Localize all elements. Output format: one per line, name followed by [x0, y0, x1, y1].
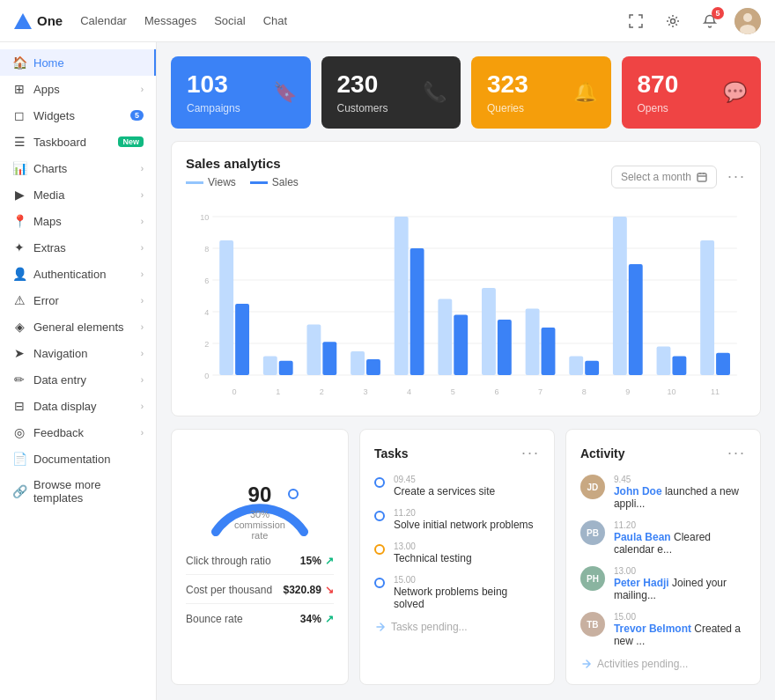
- task-dot-wrap: [374, 578, 385, 588]
- activity-text: Paula Bean Cleared calendar e...: [614, 531, 746, 556]
- task-dot: [374, 544, 385, 555]
- activity-item-3: TB15.00Trevor Belmont Created a new ...: [580, 612, 746, 647]
- badge-widgets: 5: [130, 110, 144, 121]
- topnav-link-chat[interactable]: Chat: [263, 14, 287, 27]
- metric-value: $320.89 ↘: [283, 584, 333, 596]
- sidebar-item-documentation[interactable]: 📄Documentation: [0, 446, 156, 472]
- bar-sales-0: [235, 304, 249, 375]
- task-time: 13.00: [394, 542, 472, 551]
- task-name: Solve initial network problems: [394, 519, 534, 531]
- settings-icon[interactable]: [661, 9, 685, 33]
- notifications-badge: 5: [712, 7, 724, 19]
- gauge-wrapper: 90 30% commission rate: [203, 453, 317, 541]
- bar-sales-9: [629, 264, 643, 375]
- task-item-0: 09.45Create a services site: [374, 475, 540, 497]
- svg-text:6: 6: [204, 276, 209, 285]
- chevron-apps: ›: [141, 85, 144, 94]
- task-time: 11.20: [394, 508, 534, 518]
- analytics-more[interactable]: ···: [727, 167, 746, 186]
- sidebar-item-taskboard[interactable]: ☰TaskboardNew: [0, 129, 156, 155]
- analytics-card: Sales analytics Views Sales: [171, 141, 761, 416]
- task-dot: [374, 511, 385, 521]
- chevron-media: ›: [141, 190, 144, 200]
- bottom-row: 90 30% commission rate Click through rat…: [171, 429, 761, 685]
- sidebar-item-browse[interactable]: 🔗Browse more templates: [0, 472, 156, 511]
- tasks-more[interactable]: ···: [521, 444, 540, 462]
- browse-icon: 🔗: [12, 484, 26, 498]
- activity-info: 15.00Trevor Belmont Created a new ...: [614, 612, 746, 647]
- legend-views-line: [186, 181, 203, 184]
- chevron-error: ›: [141, 296, 144, 306]
- sidebar-item-dataentry[interactable]: ✏Data entry›: [0, 366, 156, 393]
- svg-text:3: 3: [363, 387, 367, 396]
- sidebar-label-media: Media: [33, 188, 134, 202]
- stat-icon-0: 🔖: [273, 81, 297, 104]
- chart-container: 024681001234567891011: [186, 208, 746, 402]
- metric-bounce-rate: Bounce rate34% ↗: [186, 613, 334, 632]
- sidebar-item-error[interactable]: ⚠Error›: [0, 287, 156, 313]
- navigation-icon: ➤: [12, 346, 26, 360]
- sidebar-item-apps[interactable]: ⊞Apps›: [0, 76, 156, 102]
- sidebar-item-datadisplay[interactable]: ⊟Data display›: [0, 393, 156, 419]
- bar-views-4: [395, 217, 409, 375]
- sales-chart: 024681001234567891011: [186, 208, 746, 402]
- activity-item-1: PB11.20Paula Bean Cleared calendar e...: [580, 520, 746, 556]
- logo-icon: [14, 13, 32, 29]
- bar-views-3: [351, 351, 365, 375]
- topnav-link-messages[interactable]: Messages: [144, 14, 196, 27]
- task-info: 15.00Network problems being solved: [394, 575, 540, 610]
- metric-cost-per-thousand: Cost per thousand$320.89 ↘: [186, 584, 334, 604]
- task-dot: [374, 578, 385, 588]
- sidebar-item-charts[interactable]: 📊Charts›: [0, 155, 156, 181]
- bar-views-0: [219, 240, 233, 375]
- svg-text:1: 1: [276, 387, 280, 396]
- logo[interactable]: One: [14, 13, 63, 29]
- sidebar-label-navigation: Navigation: [33, 347, 134, 360]
- activity-time: 11.20: [614, 520, 746, 530]
- svg-text:8: 8: [204, 245, 209, 254]
- metric-trend-icon: ↘: [325, 584, 334, 596]
- sidebar-item-navigation[interactable]: ➤Navigation›: [0, 340, 156, 366]
- sidebar-item-maps[interactable]: 📍Maps›: [0, 208, 156, 234]
- topnav-link-calendar[interactable]: Calendar: [80, 14, 127, 27]
- topnav: One CalendarMessagesSocialChat 5: [0, 0, 775, 42]
- sidebar-item-widgets[interactable]: ◻Widgets5: [0, 102, 156, 129]
- sidebar-item-media[interactable]: ▶Media›: [0, 181, 156, 208]
- notifications-icon[interactable]: 5: [698, 9, 722, 33]
- home-icon: 🏠: [12, 55, 26, 70]
- svg-text:7: 7: [538, 387, 542, 396]
- chevron-navigation: ›: [141, 349, 144, 358]
- bar-sales-5: [454, 315, 468, 375]
- activity-pending: Activities pending...: [580, 658, 746, 670]
- activity-more[interactable]: ···: [727, 444, 746, 462]
- sidebar-label-general: General elements: [33, 321, 134, 334]
- sidebar-label-extras: Extras: [33, 241, 134, 254]
- sidebar-item-extras[interactable]: ✦Extras›: [0, 234, 156, 261]
- svg-text:11: 11: [711, 387, 720, 396]
- task-time: 09.45: [394, 475, 495, 484]
- user-avatar[interactable]: [734, 8, 761, 34]
- sidebar-item-authentication[interactable]: 👤Authentication›: [0, 261, 156, 287]
- activity-avatar-2: PH: [580, 566, 605, 591]
- sidebar-item-home[interactable]: 🏠Home: [0, 49, 156, 76]
- bar-sales-7: [542, 328, 556, 375]
- stat-label-2: Queries: [487, 102, 595, 114]
- activity-text: Trevor Belmont Created a new ...: [614, 623, 746, 647]
- legend-views: Views: [186, 176, 236, 188]
- fullscreen-icon[interactable]: [624, 9, 648, 33]
- topnav-link-social[interactable]: Social: [214, 14, 245, 27]
- chevron-authentication: ›: [141, 269, 144, 279]
- taskboard-icon: ☰: [12, 135, 26, 149]
- sidebar-label-error: Error: [33, 294, 134, 307]
- month-select[interactable]: Select a month: [611, 166, 717, 188]
- bar-sales-6: [498, 320, 512, 375]
- chart-legend: Views Sales: [186, 176, 299, 188]
- stat-label-1: Customers: [337, 102, 446, 114]
- chevron-feedback: ›: [141, 428, 144, 438]
- task-dot-wrap: [374, 511, 385, 521]
- activity-card: Activity ··· JD9.45John Doe launched a n…: [565, 429, 761, 685]
- svg-text:6: 6: [494, 387, 498, 396]
- sidebar-item-feedback[interactable]: ◎Feedback›: [0, 419, 156, 446]
- activity-time: 9.45: [614, 475, 746, 484]
- sidebar-item-general[interactable]: ◈General elements›: [0, 313, 156, 340]
